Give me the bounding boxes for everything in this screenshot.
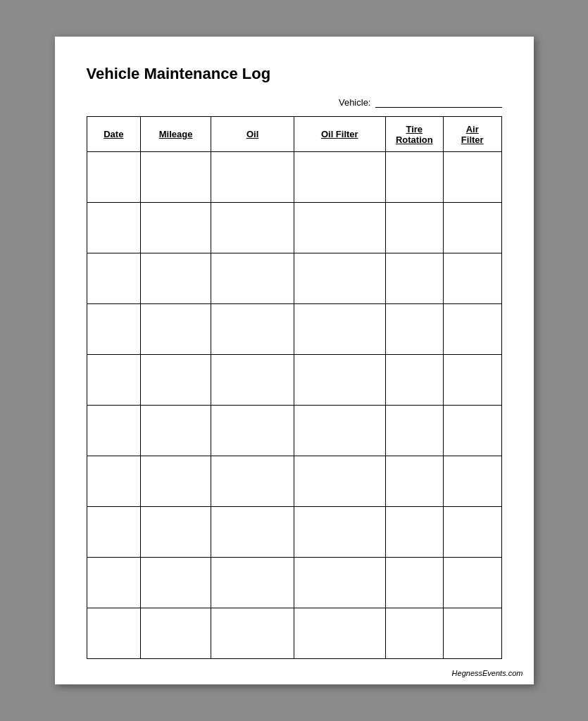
table-header-row: Date Mileage Oil Oil Filter TireRotation… bbox=[87, 117, 501, 152]
table-cell bbox=[294, 203, 385, 253]
table-cell bbox=[385, 355, 443, 406]
table-cell bbox=[211, 456, 294, 507]
table-cell bbox=[211, 507, 294, 558]
col-header-oil-filter: Oil Filter bbox=[294, 117, 385, 152]
table-cell bbox=[385, 152, 443, 203]
table-cell bbox=[141, 304, 211, 355]
col-header-air-filter: AirFilter bbox=[444, 117, 501, 152]
table-cell bbox=[141, 355, 211, 406]
table-row bbox=[87, 558, 501, 608]
col-header-tire-rotation: TireRotation bbox=[385, 117, 443, 152]
table-cell bbox=[141, 608, 211, 659]
table-cell bbox=[87, 558, 141, 608]
table-cell bbox=[385, 203, 443, 253]
table-cell bbox=[141, 406, 211, 456]
table-cell bbox=[87, 304, 141, 355]
table-cell bbox=[87, 152, 141, 203]
table-cell bbox=[211, 203, 294, 253]
table-cell bbox=[385, 456, 443, 507]
table-cell bbox=[294, 558, 385, 608]
table-row bbox=[87, 203, 501, 253]
table-cell bbox=[444, 203, 501, 253]
table-row bbox=[87, 253, 501, 304]
table-cell bbox=[385, 304, 443, 355]
table-cell bbox=[294, 406, 385, 456]
table-cell bbox=[444, 608, 501, 659]
table-cell bbox=[444, 253, 501, 304]
table-cell bbox=[141, 152, 211, 203]
table-cell bbox=[294, 304, 385, 355]
page-title: Vehicle Maintenance Log bbox=[87, 65, 502, 83]
table-cell bbox=[294, 152, 385, 203]
table-cell bbox=[211, 304, 294, 355]
table-cell bbox=[141, 558, 211, 608]
table-cell bbox=[385, 406, 443, 456]
table-cell bbox=[87, 406, 141, 456]
table-cell bbox=[385, 558, 443, 608]
table-cell bbox=[444, 507, 501, 558]
table-cell bbox=[444, 406, 501, 456]
table-cell bbox=[87, 456, 141, 507]
table-cell bbox=[87, 507, 141, 558]
table-cell bbox=[87, 203, 141, 253]
table-row bbox=[87, 406, 501, 456]
table-cell bbox=[87, 355, 141, 406]
table-cell bbox=[211, 406, 294, 456]
col-header-oil: Oil bbox=[211, 117, 294, 152]
table-row bbox=[87, 355, 501, 406]
table-cell bbox=[211, 355, 294, 406]
table-cell bbox=[444, 355, 501, 406]
table-cell bbox=[141, 507, 211, 558]
document-page: Vehicle Maintenance Log Vehicle: Date Mi… bbox=[55, 37, 534, 684]
table-cell bbox=[87, 608, 141, 659]
table-row bbox=[87, 507, 501, 558]
vehicle-field: Vehicle: bbox=[87, 97, 502, 108]
table-cell bbox=[211, 253, 294, 304]
table-cell bbox=[141, 253, 211, 304]
table-row bbox=[87, 304, 501, 355]
table-cell bbox=[294, 355, 385, 406]
watermark: HegnessEvents.com bbox=[452, 669, 523, 677]
table-cell bbox=[211, 152, 294, 203]
table-cell bbox=[294, 253, 385, 304]
table-cell bbox=[294, 608, 385, 659]
table-cell bbox=[294, 507, 385, 558]
table-cell bbox=[444, 456, 501, 507]
table-cell bbox=[385, 507, 443, 558]
table-cell bbox=[141, 203, 211, 253]
table-cell bbox=[87, 253, 141, 304]
maintenance-log-table: Date Mileage Oil Oil Filter TireRotation… bbox=[87, 116, 502, 659]
table-cell bbox=[444, 558, 501, 608]
table-cell bbox=[385, 253, 443, 304]
col-header-date: Date bbox=[87, 117, 141, 152]
table-row bbox=[87, 608, 501, 659]
table-row bbox=[87, 456, 501, 507]
table-cell bbox=[141, 456, 211, 507]
table-cell bbox=[444, 304, 501, 355]
vehicle-label: Vehicle: bbox=[339, 97, 371, 108]
table-row bbox=[87, 152, 501, 203]
table-cell bbox=[444, 152, 501, 203]
table-cell bbox=[211, 558, 294, 608]
col-header-mileage: Mileage bbox=[141, 117, 211, 152]
table-cell bbox=[294, 456, 385, 507]
table-cell bbox=[385, 608, 443, 659]
table-cell bbox=[211, 608, 294, 659]
vehicle-input-line bbox=[375, 98, 502, 108]
